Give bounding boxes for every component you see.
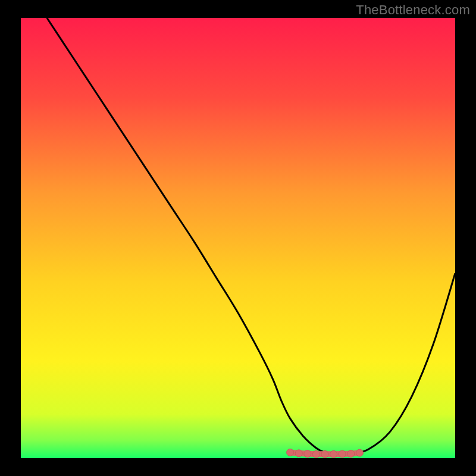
marker-dot xyxy=(356,449,363,456)
marker-dot xyxy=(330,450,337,458)
chart-background xyxy=(21,18,455,458)
marker-dot xyxy=(321,450,328,458)
marker-dot xyxy=(287,449,294,456)
marker-dot xyxy=(347,450,355,458)
chart-frame: TheBottleneck.com xyxy=(0,0,476,476)
plot-area xyxy=(21,18,455,458)
marker-dot xyxy=(295,450,302,457)
watermark-text: TheBottleneck.com xyxy=(356,2,470,18)
chart-svg xyxy=(21,18,455,458)
marker-dot xyxy=(339,450,346,458)
marker-dot xyxy=(312,450,320,458)
marker-dot xyxy=(304,450,311,458)
